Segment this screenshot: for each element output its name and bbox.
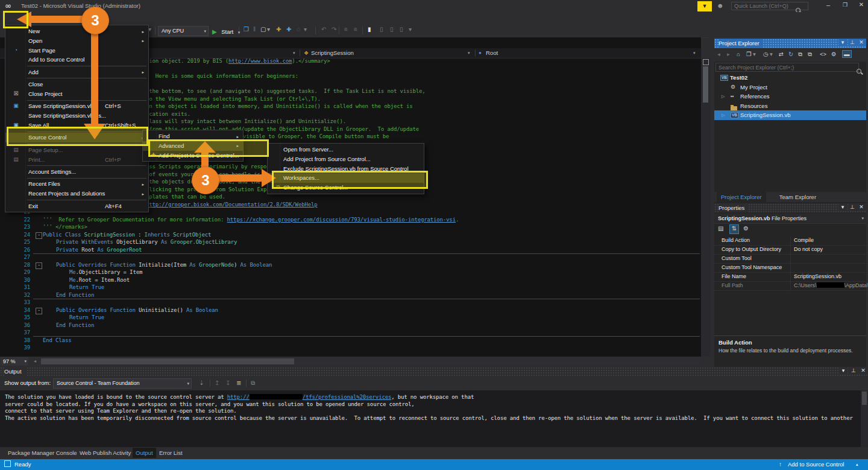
feedback-icon[interactable]: ☻ xyxy=(717,2,724,9)
panel-tab-project-explorer[interactable]: Project Explorer xyxy=(717,192,766,202)
fold-toggle-icon[interactable]: - xyxy=(36,262,42,269)
expander-icon[interactable]: ▷ xyxy=(722,92,725,101)
code-token: mplates that can be used. xyxy=(146,194,225,200)
property-pages-icon[interactable]: ⚙ xyxy=(743,225,749,232)
pin-icon[interactable]: ⊥ xyxy=(848,39,857,45)
properties-combo-arrow-icon[interactable]: ▾ xyxy=(861,214,864,223)
add-to-source-control-up-icon[interactable]: ↑ xyxy=(779,459,782,470)
word-wrap-icon[interactable]: ⧉ xyxy=(251,377,255,389)
fold-toggle-icon[interactable]: - xyxy=(36,232,42,239)
prev-message-icon[interactable]: ↥ xyxy=(215,377,219,389)
property-row-file-name[interactable]: File NameScriptingSession.vb xyxy=(714,272,866,282)
menu-item-save-scriptingsession-vb-as[interactable]: Save ScriptingSession.vb As... xyxy=(5,111,148,121)
properties-position-icon[interactable]: ▾ xyxy=(838,204,847,210)
scrollbar-thumb[interactable] xyxy=(703,66,708,103)
next-message-icon[interactable]: ↧ xyxy=(225,377,230,389)
output-position-icon[interactable]: ▾ xyxy=(839,367,848,373)
zoom-combobox[interactable]: 97 % ▾ xyxy=(1,357,28,366)
menu-item-open-from-server[interactable]: Open from Server... xyxy=(268,145,424,154)
output-scrollbar[interactable] xyxy=(861,390,868,447)
forward-icon[interactable]: ▸ xyxy=(727,51,730,57)
restore-button[interactable]: ❐ xyxy=(839,2,851,8)
copy-icon[interactable]: ⧉ xyxy=(798,51,802,58)
history-icon[interactable]: ◷ xyxy=(763,51,768,57)
properties-close-icon[interactable]: ✕ xyxy=(857,204,866,210)
minimize-button[interactable]: – xyxy=(822,1,834,8)
code-token: class will stay intact between Initializ… xyxy=(146,118,346,124)
expander-icon[interactable]: ▷ xyxy=(722,110,725,120)
close-button[interactable]: ✕ xyxy=(855,1,867,8)
menu-item-add-project-from-source-control[interactable]: Add Project from Source Control... xyxy=(268,154,424,164)
properties-object-combobox[interactable]: ScriptingSession.vb File Properties ▾ xyxy=(714,214,866,224)
alphabetical-icon[interactable]: ⇅ xyxy=(729,224,739,234)
menu-separator xyxy=(27,165,146,166)
output-text-area[interactable]: The solution you have loaded is bound to… xyxy=(0,390,861,447)
bottom-tab-error-list[interactable]: Error List xyxy=(156,448,186,458)
add-to-source-control-expand-icon[interactable]: ▴ xyxy=(856,459,858,470)
tree-item-test02[interactable]: VBTest02 xyxy=(714,73,866,83)
duplicate-icon[interactable]: ⧉ xyxy=(808,51,812,58)
menu-item-page-setup[interactable]: ▤Page Setup... xyxy=(5,145,148,155)
menu-item-label: Recent Files xyxy=(28,180,60,187)
output-close-icon[interactable]: ✕ xyxy=(859,367,867,373)
clear-all-icon[interactable]: ≣ xyxy=(236,377,241,389)
menu-item-exit[interactable]: ExitAlt+F4 xyxy=(5,202,148,211)
properties-header[interactable]: Properties ▾ ⊥ ✕ xyxy=(714,203,866,212)
close-panel-icon[interactable]: ✕ xyxy=(857,39,866,45)
add-to-source-control-button[interactable]: Add to Source Control xyxy=(788,459,844,470)
project-explorer-search-input[interactable] xyxy=(715,63,859,72)
menu-item-print[interactable]: ▤Print...Ctrl+P xyxy=(5,155,148,165)
scrollbar-split-handle[interactable] xyxy=(703,59,709,65)
horizontal-scrollbar[interactable] xyxy=(40,358,701,365)
tree-item-my-project[interactable]: ⚙My Project xyxy=(714,83,866,92)
menu-item-add[interactable]: Add▸ xyxy=(5,68,148,77)
categorized-icon[interactable]: ▤ xyxy=(718,225,723,232)
output-source-combobox[interactable]: Source Control - Team Foundation ▾ xyxy=(53,378,192,389)
property-row-full-path[interactable]: Full PathC:\Users\\AppData\Loc xyxy=(714,281,866,291)
output-pin-icon[interactable]: ⊥ xyxy=(849,367,858,373)
code-view-icon[interactable]: <> xyxy=(820,51,826,57)
tree-item-resources[interactable]: Resources xyxy=(714,101,866,111)
panel-tab-team-explorer[interactable]: Team Explorer xyxy=(775,192,820,202)
property-name: Build Action xyxy=(722,236,789,245)
output-text: The active solution has been temporarily… xyxy=(5,415,853,421)
project-explorer-header[interactable]: Project Explorer ▾ ⊥ ✕ xyxy=(714,39,866,48)
property-row-copy-to-output-directory[interactable]: Copy to Output DirectoryDo not copy xyxy=(714,245,866,255)
menu-item-recent-files[interactable]: Recent Files▸ xyxy=(5,179,148,189)
history-arrow[interactable]: ▾ xyxy=(770,51,773,57)
menu-item-close-project[interactable]: ☒Close Project xyxy=(5,89,148,99)
wrench-icon[interactable]: ⚙ xyxy=(831,51,837,57)
back-icon[interactable]: ◂ xyxy=(717,51,720,57)
property-row-custom-tool[interactable]: Custom Tool xyxy=(714,254,866,264)
menu-item-open[interactable]: Open▸ xyxy=(5,36,148,46)
window-position-icon[interactable]: ▾ xyxy=(838,39,847,45)
new-window-icon[interactable]: ❐ xyxy=(746,51,752,57)
menu-item-close[interactable]: Close xyxy=(5,80,148,89)
menu-item-account-settings[interactable]: Account Settings... xyxy=(5,167,148,177)
panel-splitter[interactable] xyxy=(710,37,714,367)
properties-pin-icon[interactable]: ⊥ xyxy=(848,204,857,210)
hscroll-left-arrow-icon[interactable]: ◂ xyxy=(34,357,36,366)
property-row-build-action[interactable]: Build ActionCompile xyxy=(714,236,866,246)
fold-toggle-icon[interactable]: - xyxy=(36,308,42,314)
sync-icon[interactable]: ⇄ xyxy=(779,51,784,57)
refresh-icon[interactable]: ↻ xyxy=(788,51,793,57)
menu-item-recent-projects-and-solutions[interactable]: Recent Projects and Solutions▸ xyxy=(5,189,148,198)
home-icon[interactable]: ⌂ xyxy=(737,51,740,57)
menu-item-save-scriptingsession-vb[interactable]: ▣Save ScriptingSession.vbCtrl+S xyxy=(5,101,148,111)
menu-item-add-to-source-control[interactable]: Add to Source Control xyxy=(5,55,148,65)
hscroll-thumb[interactable] xyxy=(41,358,294,364)
menu-item-start-page[interactable]: ◔Start Page xyxy=(5,46,148,56)
editor-vertical-scrollbar[interactable] xyxy=(701,58,710,357)
bottom-tab-output[interactable]: Output xyxy=(133,448,156,458)
output-header[interactable]: Output ▾ ⊥ ✕ xyxy=(0,367,868,376)
bottom-tab-web-publish-activity[interactable]: Web Publish Activity xyxy=(77,448,134,458)
property-row-custom-tool-namespace[interactable]: Custom Tool Namespace xyxy=(714,263,866,273)
collapse-all-icon[interactable]: ▬ xyxy=(842,50,852,58)
tree-item-scriptingsession-vb[interactable]: ▷VBScriptingSession.vb xyxy=(714,110,866,120)
close-project-icon: ☒ xyxy=(11,89,21,99)
tree-item-references[interactable]: ▷▪▪References xyxy=(714,92,866,101)
goto-message-icon[interactable]: ⇣ xyxy=(199,377,204,389)
bottom-tab-package-manager-console[interactable]: Package Manager Console xyxy=(5,448,80,458)
new-window-arrow[interactable]: ▾ xyxy=(753,51,756,57)
